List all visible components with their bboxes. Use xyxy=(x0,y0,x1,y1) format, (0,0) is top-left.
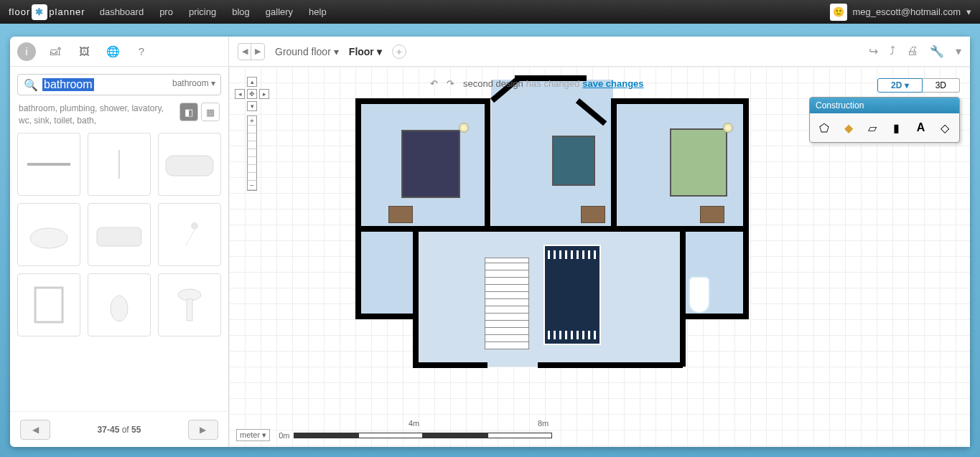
print-icon[interactable]: 🖨 xyxy=(907,44,918,58)
wall[interactable] xyxy=(413,314,419,367)
search-row: 🔍 bathroom bathroom ▾ xyxy=(10,67,228,103)
pan-center[interactable]: ✥ xyxy=(247,89,257,99)
user-email: meg_escott@hotmail.com xyxy=(853,6,961,17)
stairs[interactable] xyxy=(485,258,529,349)
ruler-4: 4m xyxy=(409,419,419,428)
nav-blog[interactable]: blog xyxy=(232,6,250,17)
view-2d-button[interactable]: 2D ▾ xyxy=(877,78,923,93)
filter-dropdown[interactable]: bathroom ▾ xyxy=(172,78,215,88)
right-tools: ↪ ⤴ 🖨 🔧 ▾ xyxy=(869,44,961,58)
furniture-icon[interactable]: 🛋 xyxy=(46,42,65,61)
next-button[interactable]: ▶ xyxy=(188,420,218,440)
wall[interactable] xyxy=(355,98,361,319)
chevron-down-icon[interactable]: ▾ xyxy=(956,44,961,58)
wall[interactable] xyxy=(413,230,419,318)
forward-button[interactable]: ▶ xyxy=(251,44,264,60)
rug[interactable] xyxy=(543,245,601,345)
lamp-2[interactable] xyxy=(723,123,733,133)
info-icon[interactable]: i xyxy=(17,42,36,61)
wall[interactable] xyxy=(611,362,683,368)
bed-2[interactable] xyxy=(552,136,595,186)
surface-tool-icon[interactable]: ▱ xyxy=(862,118,882,138)
item-urinal[interactable] xyxy=(88,273,151,336)
add-floor-button[interactable]: + xyxy=(392,44,406,59)
item-bathtub[interactable] xyxy=(158,133,221,196)
wall[interactable] xyxy=(482,362,487,368)
undo-icon[interactable]: ↶ xyxy=(430,78,438,89)
nav-gallery[interactable]: gallery xyxy=(266,6,293,17)
chest-1[interactable] xyxy=(388,206,413,223)
item-mirror[interactable] xyxy=(17,273,80,336)
view-3d-icon[interactable]: ◧ xyxy=(179,103,198,121)
item-shower-head[interactable] xyxy=(158,203,221,266)
bed-3[interactable] xyxy=(670,128,727,197)
floor-select-current[interactable]: Floor ▾ xyxy=(349,46,382,57)
bed-1[interactable] xyxy=(401,130,460,198)
dimension-tool-icon[interactable]: ◇ xyxy=(935,118,955,138)
wall[interactable] xyxy=(611,98,617,229)
view-3d-button[interactable]: 3D xyxy=(923,78,960,93)
chest-2[interactable] xyxy=(581,206,605,223)
lamp-1[interactable] xyxy=(459,123,469,133)
wall[interactable] xyxy=(743,98,749,319)
wall[interactable] xyxy=(355,314,416,319)
pan-right[interactable]: ▸ xyxy=(259,89,269,99)
item-bathtub-2[interactable] xyxy=(88,203,151,266)
nav-help[interactable]: help xyxy=(309,6,327,17)
share-icon[interactable]: ⤴ xyxy=(890,44,895,58)
item-pedestal-sink[interactable] xyxy=(158,273,221,336)
bathroom-1[interactable] xyxy=(358,230,414,316)
nav-links: dashboard pro pricing blog gallery help xyxy=(100,6,327,17)
zoom-out[interactable]: − xyxy=(248,181,256,190)
wall[interactable] xyxy=(485,98,490,229)
wall[interactable] xyxy=(538,362,614,368)
view-mode-toggle: 2D ▾ 3D xyxy=(877,78,960,93)
settings-icon[interactable]: 🔧 xyxy=(930,44,944,58)
logo-icon: ✱ xyxy=(32,4,47,20)
redo-icon-2[interactable]: ↷ xyxy=(447,78,454,89)
item-freestanding-tub[interactable] xyxy=(17,203,80,266)
floor-a-label: Ground floor xyxy=(275,46,331,57)
photos-icon[interactable]: 🖼 xyxy=(75,42,93,61)
wall[interactable] xyxy=(680,314,686,367)
bathtub[interactable] xyxy=(689,276,710,314)
user-menu[interactable]: 🙂 meg_escott@hotmail.com ▾ xyxy=(830,4,971,21)
help-icon[interactable]: ? xyxy=(132,42,151,61)
pan-down[interactable]: ▾ xyxy=(247,101,257,111)
wall-tool-icon[interactable]: ◆ xyxy=(839,118,859,138)
avatar-icon: 🙂 xyxy=(830,4,847,21)
zoom-in[interactable]: + xyxy=(248,116,256,126)
item-faucet[interactable] xyxy=(88,133,151,196)
floor-plan[interactable] xyxy=(351,72,760,374)
item-drain[interactable] xyxy=(17,133,80,196)
pan-left[interactable]: ◂ xyxy=(235,89,245,99)
back-button[interactable]: ◀ xyxy=(238,44,251,60)
pan-up[interactable]: ▴ xyxy=(247,77,257,87)
text-tool-icon[interactable]: A xyxy=(911,118,931,138)
save-changes-link[interactable]: save changes xyxy=(582,78,643,89)
logo-text-right: planner xyxy=(49,6,85,17)
nav-pricing[interactable]: pricing xyxy=(189,6,216,17)
wall[interactable] xyxy=(614,98,749,104)
search-input[interactable]: bathroom xyxy=(42,78,94,91)
globe-icon[interactable]: 🌐 xyxy=(103,42,122,61)
wall[interactable] xyxy=(413,362,485,368)
room-tool-icon[interactable]: ⬠ xyxy=(814,118,834,138)
chest-3[interactable] xyxy=(700,206,724,223)
tags-text: bathroom, plumbing, shower, lavatory, wc… xyxy=(19,103,174,127)
logo[interactable]: floor ✱ planner xyxy=(9,4,85,20)
floor-select-ground[interactable]: Ground floor ▾ xyxy=(275,46,339,57)
filter-label: bathroom xyxy=(172,78,209,88)
prev-button[interactable]: ◀ xyxy=(20,420,50,440)
wall[interactable] xyxy=(681,314,749,319)
nav-dashboard[interactable]: dashboard xyxy=(100,6,144,17)
wall[interactable] xyxy=(355,98,490,104)
zoom-control[interactable]: + − xyxy=(247,116,257,191)
floor-b-label: Floor xyxy=(349,46,374,57)
unit-dropdown[interactable]: meter ▾ xyxy=(236,429,270,441)
nav-pro[interactable]: pro xyxy=(159,6,173,17)
wall[interactable] xyxy=(680,230,686,318)
view-2d-icon[interactable]: ▦ xyxy=(201,103,220,121)
door-tool-icon[interactable]: ▮ xyxy=(887,118,907,138)
redo-icon[interactable]: ↪ xyxy=(869,44,878,58)
